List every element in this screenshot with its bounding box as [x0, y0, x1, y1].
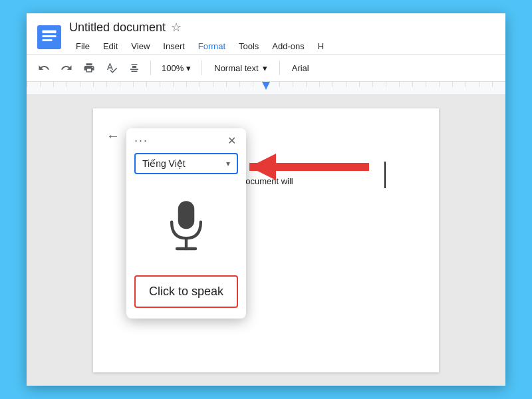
star-icon[interactable]: ☆ — [171, 20, 182, 35]
microphone-icon[interactable] — [163, 196, 209, 255]
back-arrow-button[interactable]: ← — [106, 128, 120, 144]
mic-area — [126, 182, 246, 269]
print-button[interactable] — [80, 59, 98, 77]
language-selector[interactable]: Tiếng Việt ▾ — [134, 153, 238, 174]
toolbar-divider-1 — [150, 61, 151, 75]
style-arrow-icon: ▾ — [263, 63, 267, 73]
menu-format[interactable]: Format — [192, 39, 232, 54]
svg-rect-3 — [43, 39, 53, 41]
zoom-value: 100% — [162, 63, 184, 73]
red-arrow — [249, 154, 396, 183]
spelling-button[interactable] — [102, 59, 121, 77]
menu-tools[interactable]: Tools — [232, 39, 265, 54]
title-bar: Untitled document ☆ File Edit View Inser… — [27, 13, 505, 55]
menu-file[interactable]: File — [69, 39, 96, 54]
menu-view[interactable]: View — [124, 39, 156, 54]
voice-typing-popup: ··· ✕ Tiếng Việt ▾ — [126, 128, 246, 319]
font-name[interactable]: Arial — [287, 62, 315, 74]
redo-button[interactable] — [57, 59, 76, 77]
popup-close-button[interactable]: ✕ — [225, 134, 238, 148]
click-to-speak-button[interactable]: Click to speak — [134, 275, 238, 308]
style-selector[interactable]: Normal text ▾ — [209, 62, 272, 74]
svg-rect-1 — [43, 30, 57, 33]
popup-menu-icon[interactable]: ··· — [134, 134, 148, 148]
menu-more[interactable]: H — [311, 39, 331, 54]
language-text: Tiếng Việt — [142, 158, 186, 169]
app-icon — [37, 25, 61, 49]
app-window: Untitled document ☆ File Edit View Inser… — [27, 13, 505, 386]
popup-header: ··· ✕ — [126, 128, 246, 153]
menu-bar: File Edit View Insert Format Tools Add-o… — [69, 36, 495, 54]
toolbar-divider-3 — [279, 61, 280, 75]
document-page: ← ··· ✕ Tiếng Việt ▾ — [93, 108, 439, 372]
content-area: ← ··· ✕ Tiếng Việt ▾ — [27, 95, 505, 386]
title-section: Untitled document ☆ File Edit View Inser… — [69, 20, 495, 54]
svg-rect-2 — [43, 35, 57, 37]
ruler — [27, 82, 505, 95]
toolbar: 100% ▾ Normal text ▾ Arial — [27, 55, 505, 82]
toolbar-divider-2 — [201, 61, 202, 75]
document-title[interactable]: Untitled document — [69, 21, 166, 35]
menu-insert[interactable]: Insert — [156, 39, 192, 54]
style-value: Normal text — [214, 63, 258, 73]
undo-button[interactable] — [35, 59, 53, 77]
paint-format-button[interactable] — [125, 59, 144, 77]
zoom-selector[interactable]: 100% ▾ — [158, 62, 195, 74]
click-to-speak-label: Click to speak — [149, 285, 223, 298]
svg-marker-8 — [249, 154, 276, 180]
zoom-arrow-icon: ▾ — [186, 63, 191, 73]
doc-title-row: Untitled document ☆ — [69, 20, 495, 36]
svg-rect-4 — [178, 201, 195, 229]
menu-edit[interactable]: Edit — [96, 39, 124, 54]
language-dropdown-icon: ▾ — [226, 159, 230, 168]
menu-addons[interactable]: Add-ons — [265, 39, 311, 54]
